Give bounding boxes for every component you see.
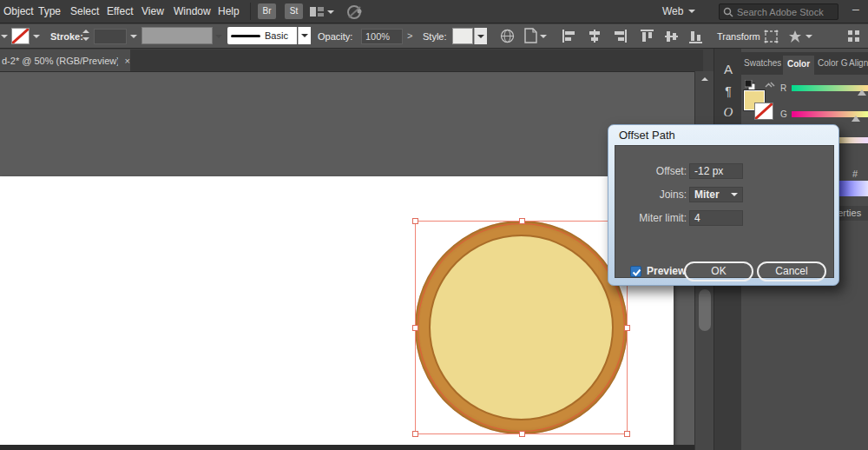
- align-vertical-center-icon[interactable]: [665, 30, 678, 43]
- dialog-body: Offset: -12 px Joins: Miter Miter limit:…: [615, 145, 834, 278]
- style-swatch[interactable]: [452, 28, 473, 44]
- handle-top-left[interactable]: [412, 218, 418, 224]
- green-channel-label: G: [780, 109, 787, 119]
- red-slider-handle-icon[interactable]: [858, 89, 866, 96]
- stroke-width-up-icon[interactable]: [82, 30, 89, 33]
- fill-stroke-mini-icon[interactable]: [745, 80, 755, 90]
- handle-bottom-center[interactable]: [519, 431, 525, 437]
- fill-none-swatch[interactable]: [11, 28, 30, 44]
- brush-definition[interactable]: Basic: [227, 27, 297, 44]
- brush-stroke-preview-icon: [231, 33, 260, 38]
- bridge-button[interactable]: Br: [258, 3, 276, 19]
- fill-swatch-chevron-icon[interactable]: [33, 35, 40, 38]
- tab-color[interactable]: Color: [783, 56, 814, 75]
- touch-workspace-icon[interactable]: [346, 3, 363, 20]
- offset-label: Offset:: [617, 165, 687, 177]
- shape-properties-icon[interactable]: [788, 30, 803, 43]
- style-label: Style:: [423, 31, 447, 42]
- document-title: d-2* @ 50% (RGB/Preview): [2, 56, 118, 66]
- character-panel-icon[interactable]: A: [714, 62, 742, 76]
- selection-bounding-box[interactable]: [415, 221, 628, 434]
- stroke-none-swatch[interactable]: [754, 103, 773, 120]
- search-icon: [723, 7, 733, 17]
- menu-type[interactable]: Type: [38, 5, 61, 17]
- opacity-label: Opacity:: [318, 31, 352, 42]
- align-horizontal-center-icon[interactable]: [588, 30, 602, 43]
- red-channel-slider[interactable]: [792, 85, 868, 91]
- menubar-separator: [250, 3, 251, 20]
- ok-button[interactable]: OK: [684, 261, 753, 281]
- minimize-button[interactable]: –: [852, 2, 859, 16]
- document-close-icon[interactable]: ×: [125, 56, 130, 66]
- document-setup-icon[interactable]: [524, 28, 537, 43]
- canvas-area[interactable]: [0, 71, 694, 450]
- check-icon: [634, 270, 641, 275]
- handle-middle-left[interactable]: [412, 325, 418, 331]
- menu-bar: Object Type Select Effect View Window He…: [0, 0, 868, 23]
- workspace-grid-icon[interactable]: [848, 30, 860, 43]
- offset-path-dialog: Offset Path Offset: -12 px Joins: Miter …: [608, 124, 839, 286]
- stock-button[interactable]: St: [285, 3, 303, 19]
- workspace-switcher[interactable]: Web: [662, 5, 683, 17]
- shape-properties-chevron-icon[interactable]: [806, 35, 812, 38]
- style-chevron-button[interactable]: [474, 28, 487, 44]
- workspace-chevron-icon[interactable]: [688, 10, 695, 13]
- paragraph-panel-icon[interactable]: ¶: [714, 84, 742, 98]
- align-horizontal-left-icon[interactable]: [562, 30, 576, 43]
- miter-limit-input[interactable]: 4: [689, 210, 743, 226]
- document-tab[interactable]: d-2* @ 50% (RGB/Preview) ×: [0, 50, 130, 71]
- handle-bottom-right[interactable]: [624, 431, 630, 437]
- brush-name: Basic: [265, 30, 288, 41]
- panel-tab-bar: Swatches Color Color Guide Align: [741, 52, 868, 75]
- swap-fill-stroke-icon[interactable]: [764, 80, 776, 90]
- opentype-panel-icon[interactable]: O: [714, 105, 742, 120]
- menu-object[interactable]: Object: [3, 5, 34, 17]
- brush-chevron-button[interactable]: [298, 27, 311, 44]
- canvas-bottom-edge: [0, 445, 713, 450]
- opacity-menu-arrow-icon[interactable]: >: [407, 30, 412, 41]
- preview-checkbox[interactable]: [630, 266, 641, 277]
- document-tab-bar: d-2* @ 50% (RGB/Preview) ×: [0, 50, 703, 71]
- menu-help[interactable]: Help: [218, 5, 240, 17]
- align-vertical-top-icon[interactable]: [641, 30, 654, 43]
- illustrator-window: Object Type Select Effect View Window He…: [0, 0, 868, 450]
- stroke-width-down-icon[interactable]: [82, 37, 89, 41]
- opacity-field[interactable]: 100%: [361, 29, 403, 44]
- joins-select[interactable]: Miter: [689, 187, 743, 202]
- transform-button[interactable]: Transform: [717, 31, 760, 42]
- width-profile-chevron-icon[interactable]: [215, 35, 222, 38]
- search-field[interactable]: Search Adobe Stock: [719, 3, 838, 20]
- dialog-title: Offset Path: [619, 129, 675, 142]
- align-horizontal-right-icon[interactable]: [613, 30, 627, 43]
- scrollbar-thumb[interactable]: [699, 289, 711, 331]
- miter-limit-label: Miter limit:: [617, 212, 687, 224]
- menu-select[interactable]: Select: [70, 5, 99, 17]
- tab-swatches[interactable]: Swatches: [744, 58, 781, 68]
- handle-top-center[interactable]: [519, 218, 525, 224]
- preview-label: Preview: [647, 265, 686, 277]
- stroke-width-field[interactable]: [94, 29, 127, 44]
- scroll-up-icon[interactable]: [701, 77, 708, 81]
- joins-label: Joins:: [617, 189, 687, 201]
- stroke-width-chevron-icon[interactable]: [130, 35, 137, 38]
- tab-color-guide[interactable]: Color Guide: [818, 58, 848, 68]
- fill-chevron-cut-icon[interactable]: [1, 35, 8, 38]
- document-setup-globe-icon[interactable]: [500, 29, 515, 43]
- menu-window[interactable]: Window: [174, 5, 211, 17]
- tab-align[interactable]: Align: [849, 58, 868, 68]
- width-profile-swatch[interactable]: [141, 27, 213, 44]
- bounding-box-icon[interactable]: [764, 30, 779, 43]
- hex-field-label: #: [852, 169, 858, 179]
- document-setup-chevron-icon[interactable]: [540, 35, 547, 38]
- green-slider-handle-icon[interactable]: [852, 116, 860, 122]
- handle-middle-right[interactable]: [624, 325, 630, 331]
- cancel-button[interactable]: Cancel: [757, 261, 826, 281]
- arrange-documents-chevron-icon[interactable]: [327, 10, 334, 14]
- handle-bottom-left[interactable]: [412, 431, 418, 437]
- menu-view[interactable]: View: [141, 5, 164, 17]
- arrange-documents-icon[interactable]: [310, 6, 324, 17]
- align-vertical-bottom-icon[interactable]: [689, 30, 702, 43]
- red-channel-label: R: [780, 83, 786, 93]
- offset-input[interactable]: -12 px: [689, 163, 743, 179]
- menu-effect[interactable]: Effect: [107, 5, 133, 17]
